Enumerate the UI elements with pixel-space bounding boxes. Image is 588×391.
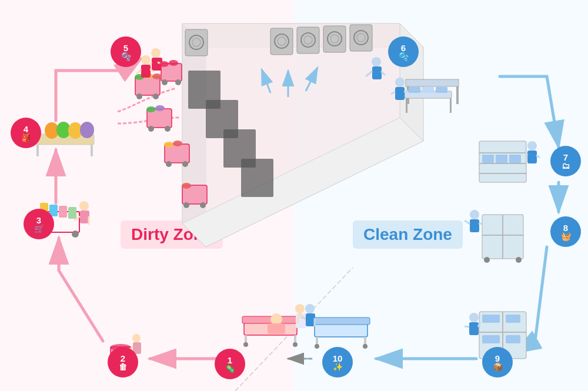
step-6-bubble: 6 🫧 bbox=[388, 36, 419, 67]
dirty-zone-bg bbox=[0, 0, 294, 391]
step-1-bubble: 1 🦠 bbox=[215, 349, 245, 379]
step-5-bubble: 5 🫧 bbox=[111, 36, 141, 67]
clean-zone-label: Clean Zone bbox=[353, 220, 463, 249]
step-7-bubble: 7 🗂 bbox=[550, 146, 581, 176]
step-2-bubble: 2 🗑 bbox=[108, 347, 138, 377]
dirty-zone-label: Dirty Zone bbox=[121, 220, 223, 249]
step-10-bubble: 10 ✨ bbox=[322, 347, 353, 377]
step-4-bubble: 4 🎒 bbox=[11, 118, 41, 148]
main-container: Dirty Zone Clean Zone 1 🦠 2 🗑 3 🛒 4 🎒 5 bbox=[0, 0, 588, 391]
step-3-bubble: 3 🛒 bbox=[24, 209, 54, 239]
step-9-bubble: 9 📦 bbox=[482, 347, 513, 377]
clean-zone-bg bbox=[294, 0, 588, 391]
step-8-bubble: 8 🧺 bbox=[550, 216, 581, 247]
